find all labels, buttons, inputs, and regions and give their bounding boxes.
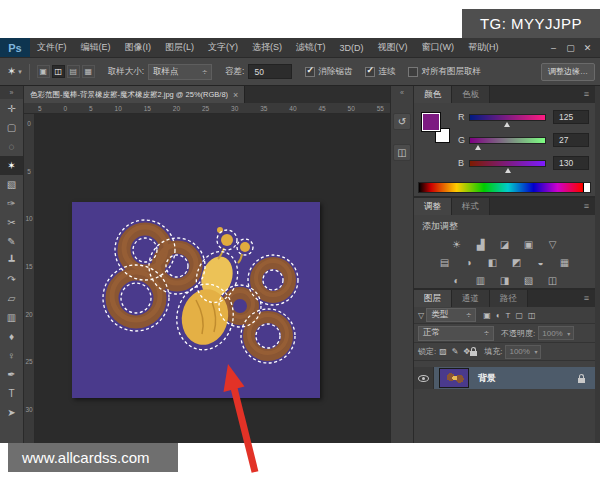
menu-item[interactable]: 文件(F) [30, 41, 74, 54]
posterize-icon[interactable]: ▥ [473, 275, 488, 286]
color-balance-icon[interactable]: ◑ [461, 257, 476, 268]
slider-thumb[interactable] [475, 145, 481, 150]
channel-mixer-icon[interactable]: ◒ [533, 257, 548, 268]
brush-tool[interactable]: ✎ [0, 232, 23, 251]
checkbox-anti-alias[interactable]: ✓ 消除锯齿 [305, 66, 352, 78]
invert-icon[interactable]: ◐ [449, 275, 464, 286]
history-brush-tool[interactable]: ↷ [0, 270, 23, 289]
intersect-selection-icon[interactable]: ▦ [82, 65, 95, 78]
menu-item[interactable]: 帮助(H) [461, 41, 506, 54]
lock-all-icon[interactable] [470, 351, 477, 356]
menu-item[interactable]: 文字(Y) [201, 41, 245, 54]
lock-transparency-icon[interactable]: ▨ [439, 347, 447, 356]
marquee-tool[interactable]: ▢ [0, 118, 23, 137]
menu-item[interactable]: 滤镜(T) [289, 41, 333, 54]
channel-value[interactable]: 130 [553, 156, 589, 170]
levels-icon[interactable]: ▟ [473, 239, 488, 250]
hue-saturation-icon[interactable]: ▤ [437, 257, 452, 268]
clone-stamp-tool[interactable]: ┻ [0, 251, 23, 270]
eyedropper-tool[interactable]: ✑ [0, 194, 23, 213]
tab-channels[interactable]: 通道 [452, 290, 490, 307]
close-icon[interactable]: × [233, 90, 238, 100]
move-tool[interactable]: ✛ [0, 99, 23, 118]
filter-type-layers-icon[interactable]: T [506, 311, 511, 320]
subtract-from-selection-icon[interactable]: ▤ [67, 65, 80, 78]
tab-adjustments[interactable]: 调整 [414, 198, 452, 215]
channel-slider[interactable] [469, 137, 546, 144]
filter-smart-objects-icon[interactable]: ◫ [528, 311, 536, 320]
exposure-icon[interactable]: ▣ [521, 239, 536, 250]
opacity-value[interactable]: 100% ▾ [538, 326, 574, 340]
color-lookup-icon[interactable]: ▦ [557, 257, 572, 268]
black-white-icon[interactable]: ◧ [485, 257, 500, 268]
maximize-button[interactable]: ▢ [562, 43, 579, 53]
add-to-selection-icon[interactable]: ◫ [52, 65, 65, 78]
new-selection-icon[interactable]: ▣ [37, 65, 50, 78]
menu-item[interactable]: 视图(V) [371, 41, 415, 54]
filter-shape-layers-icon[interactable]: ▢ [515, 311, 523, 320]
lasso-tool[interactable]: ◌ [0, 137, 23, 156]
gradient-map-icon[interactable]: ▧ [521, 275, 536, 286]
channel-value[interactable]: 27 [553, 133, 589, 147]
sample-size-select[interactable]: 取样点 ÷ [148, 64, 212, 80]
slider-thumb[interactable] [505, 168, 511, 173]
lock-position-icon[interactable]: ✥ [464, 347, 471, 356]
panel-menu-icon[interactable]: ≡ [584, 198, 595, 215]
history-panel-icon[interactable]: ↺ [393, 113, 411, 130]
canvas[interactable]: 051015202530 [24, 114, 390, 443]
menu-item[interactable]: 3D(D) [333, 43, 371, 53]
filter-pixel-layers-icon[interactable]: ▣ [483, 311, 491, 320]
visibility-toggle[interactable] [414, 367, 434, 389]
selective-color-icon[interactable]: ◫ [545, 275, 560, 286]
menu-item[interactable]: 窗口(W) [415, 41, 462, 54]
tab-layers[interactable]: 图层 [414, 290, 452, 307]
eraser-tool[interactable]: ▱ [0, 289, 23, 308]
menu-item[interactable]: 图层(L) [158, 41, 201, 54]
channel-slider[interactable] [469, 114, 546, 121]
channel-value[interactable]: 125 [553, 110, 589, 124]
active-tool-preset[interactable]: ✶ ▾ [7, 65, 22, 78]
menu-item[interactable]: 选择(S) [245, 41, 289, 54]
toolbar-collapse-icon[interactable]: » [0, 86, 23, 99]
tab-swatches[interactable]: 色板 [452, 86, 490, 103]
refine-edge-button[interactable]: 调整边缘… [541, 63, 595, 81]
dodge-tool[interactable]: ♀ [0, 346, 23, 365]
tab-color[interactable]: 颜色 [414, 86, 452, 103]
layer-filter-select[interactable]: 类型 ÷ [426, 308, 476, 322]
panel-menu-icon[interactable]: ≡ [584, 290, 595, 307]
photo-filter-icon[interactable]: ◩ [509, 257, 524, 268]
color-spectrum-bar[interactable] [418, 182, 591, 193]
spot-healing-brush-tool[interactable]: ✂ [0, 213, 23, 232]
properties-panel-icon[interactable]: ◫ [393, 144, 411, 161]
type-tool[interactable]: T [0, 384, 23, 403]
layer-thumbnail[interactable] [439, 368, 469, 388]
fill-value[interactable]: 100% ▾ [505, 345, 541, 359]
menu-item[interactable]: 编辑(E) [74, 41, 118, 54]
canvas-image[interactable] [72, 202, 320, 398]
dock-collapse-icon[interactable]: « [400, 86, 404, 99]
vibrance-icon[interactable]: ▽ [545, 239, 560, 250]
close-button[interactable]: ✕ [579, 43, 596, 53]
lock-pixels-icon[interactable]: ✎ [452, 347, 459, 356]
pen-tool[interactable]: ✒ [0, 365, 23, 384]
blur-tool[interactable]: ♦ [0, 327, 23, 346]
tolerance-input[interactable]: 50 [248, 64, 292, 79]
tab-styles[interactable]: 样式 [452, 198, 490, 215]
blend-mode-select[interactable]: 正常 ÷ [418, 326, 494, 341]
crop-tool[interactable]: ▧ [0, 175, 23, 194]
filter-adjustment-layers-icon[interactable]: ◐ [496, 311, 501, 320]
gradient-tool[interactable]: ▥ [0, 308, 23, 327]
checkbox-contiguous[interactable]: ✓ 连续 [365, 66, 395, 78]
panel-menu-icon[interactable]: ≡ [584, 86, 595, 103]
document-tab[interactable]: 色彩范围-魔棒-背景橡皮擦-魔术橡皮擦2.jpg @ 25%(RGB/8) × [24, 86, 245, 103]
foreground-color-swatch[interactable] [421, 112, 441, 132]
slider-thumb[interactable] [504, 122, 510, 127]
checkbox-sample-all-layers[interactable]: 对所有图层取样 [408, 66, 481, 78]
magic-wand-tool[interactable]: ✶ [0, 156, 23, 175]
brightness-contrast-icon[interactable]: ☀ [449, 239, 464, 250]
threshold-icon[interactable]: ◨ [497, 275, 512, 286]
path-selection-tool[interactable]: ➤ [0, 403, 23, 422]
minimize-button[interactable]: – [545, 43, 562, 53]
channel-slider[interactable] [469, 160, 546, 167]
tab-paths[interactable]: 路径 [490, 290, 528, 307]
